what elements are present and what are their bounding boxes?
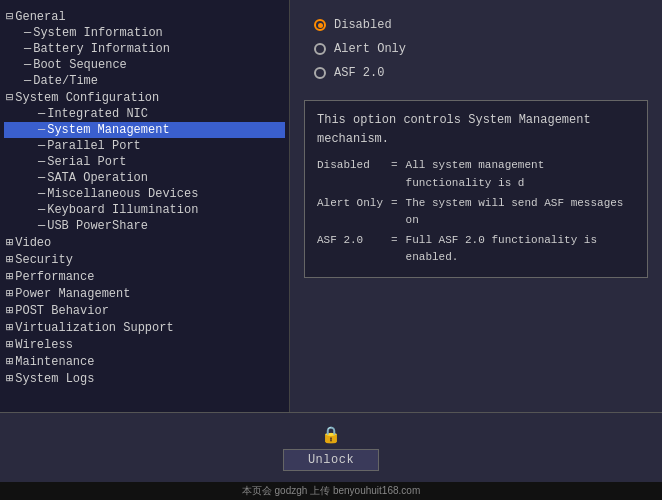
tree-item-system-configuration[interactable]: ⊟ System Configuration (4, 89, 285, 106)
tree-label: General (15, 10, 65, 24)
tree-prefix: — (38, 171, 45, 185)
info-key: Disabled (317, 157, 387, 192)
tree-item-keyboard-illumination[interactable]: — Keyboard Illumination (4, 202, 285, 218)
tree-prefix: ⊞ (6, 235, 13, 250)
info-table: Disabled=All system management functiona… (317, 157, 635, 267)
tree-label: Virtualization Support (15, 321, 173, 335)
right-panel: DisabledAlert OnlyASF 2.0 This option co… (290, 0, 662, 412)
info-eq: = (391, 195, 398, 230)
tree-label: SATA Operation (47, 171, 148, 185)
tree-prefix: ⊟ (6, 90, 13, 105)
info-key: ASF 2.0 (317, 232, 387, 267)
tree-label: Power Management (15, 287, 130, 301)
info-value: Full ASF 2.0 functionality is enabled. (406, 232, 635, 267)
tree-item-integrated-nic[interactable]: — Integrated NIC (4, 106, 285, 122)
tree-label: POST Behavior (15, 304, 109, 318)
tree-label: Security (15, 253, 73, 267)
tree-prefix: — (38, 107, 45, 121)
tree-prefix: — (38, 155, 45, 169)
tree-prefix: — (38, 187, 45, 201)
tree-prefix: ⊞ (6, 252, 13, 267)
tree-prefix: ⊞ (6, 320, 13, 335)
tree-item-usb-powershare[interactable]: — USB PowerShare (4, 218, 285, 234)
footer-watermark: 本页会 godzgh 上传 benyouhuit168.com (0, 482, 662, 500)
tree-label: USB PowerShare (47, 219, 148, 233)
radio-group: DisabledAlert OnlyASF 2.0 (304, 10, 648, 88)
tree-label: Miscellaneous Devices (47, 187, 198, 201)
radio-label-asf20: ASF 2.0 (334, 66, 384, 80)
tree-item-post-behavior[interactable]: ⊞ POST Behavior (4, 302, 285, 319)
tree-label: System Logs (15, 372, 94, 386)
radio-circle-disabled (314, 19, 326, 31)
info-row: Alert Only=The system will send ASF mess… (317, 195, 635, 230)
tree-item-performance[interactable]: ⊞ Performance (4, 268, 285, 285)
tree-prefix: ⊟ (6, 9, 13, 24)
info-key: Alert Only (317, 195, 387, 230)
tree-label: System Information (33, 26, 163, 40)
info-box-title: This option controls System Management m… (317, 111, 635, 149)
tree-item-boot-sequence[interactable]: — Boot Sequence (4, 57, 285, 73)
tree-prefix: ⊞ (6, 354, 13, 369)
tree-prefix: — (38, 203, 45, 217)
tree-label: Battery Information (33, 42, 170, 56)
tree-item-general[interactable]: ⊟ General (4, 8, 285, 25)
tree-item-system-information[interactable]: — System Information (4, 25, 285, 41)
radio-circle-asf20 (314, 67, 326, 79)
tree-item-virtualization-support[interactable]: ⊞ Virtualization Support (4, 319, 285, 336)
info-eq: = (391, 157, 398, 192)
tree-item-serial-port[interactable]: — Serial Port (4, 154, 285, 170)
tree-label: Integrated NIC (47, 107, 148, 121)
tree-label: Keyboard Illumination (47, 203, 198, 217)
radio-circle-alert-only (314, 43, 326, 55)
tree-item-battery-information[interactable]: — Battery Information (4, 41, 285, 57)
bottom-bar: 🔒 Unlock (0, 412, 662, 482)
info-eq: = (391, 232, 398, 267)
radio-item-alert-only[interactable]: Alert Only (314, 42, 638, 56)
tree-prefix: — (24, 42, 31, 56)
info-row: ASF 2.0=Full ASF 2.0 functionality is en… (317, 232, 635, 267)
tree-label: Date/Time (33, 74, 98, 88)
tree-item-system-management[interactable]: — System Management (4, 122, 285, 138)
tree-label: Parallel Port (47, 139, 141, 153)
tree-prefix: — (38, 123, 45, 137)
tree-prefix: ⊞ (6, 303, 13, 318)
tree-prefix: — (24, 26, 31, 40)
tree-item-maintenance[interactable]: ⊞ Maintenance (4, 353, 285, 370)
tree-prefix: — (38, 139, 45, 153)
tree-prefix: ⊞ (6, 286, 13, 301)
tree-item-power-management[interactable]: ⊞ Power Management (4, 285, 285, 302)
tree-item-parallel-port[interactable]: — Parallel Port (4, 138, 285, 154)
tree-label: Serial Port (47, 155, 126, 169)
radio-item-disabled[interactable]: Disabled (314, 18, 638, 32)
tree-label: System Configuration (15, 91, 159, 105)
radio-item-asf20[interactable]: ASF 2.0 (314, 66, 638, 80)
tree-label: Wireless (15, 338, 73, 352)
info-box: This option controls System Management m… (304, 100, 648, 278)
tree-label: Video (15, 236, 51, 250)
info-row: Disabled=All system management functiona… (317, 157, 635, 192)
tree-prefix: ⊞ (6, 269, 13, 284)
info-value: All system management functionality is d (406, 157, 635, 192)
radio-label-alert-only: Alert Only (334, 42, 406, 56)
unlock-button[interactable]: Unlock (283, 449, 379, 471)
tree-item-sata-operation[interactable]: — SATA Operation (4, 170, 285, 186)
radio-label-disabled: Disabled (334, 18, 392, 32)
tree-item-date-time[interactable]: — Date/Time (4, 73, 285, 89)
tree-label: Performance (15, 270, 94, 284)
tree-item-security[interactable]: ⊞ Security (4, 251, 285, 268)
tree-item-wireless[interactable]: ⊞ Wireless (4, 336, 285, 353)
tree-item-system-logs[interactable]: ⊞ System Logs (4, 370, 285, 387)
tree-prefix: ⊞ (6, 371, 13, 386)
left-panel: ⊟ General— System Information— Battery I… (0, 0, 290, 412)
tree-prefix: ⊞ (6, 337, 13, 352)
tree-label: System Management (47, 123, 169, 137)
tree-prefix: — (24, 74, 31, 88)
tree-prefix: — (38, 219, 45, 233)
tree-label: Maintenance (15, 355, 94, 369)
lock-icon: 🔒 (321, 425, 341, 445)
info-value: The system will send ASF messages on (406, 195, 635, 230)
tree-prefix: — (24, 58, 31, 72)
tree-item-miscellaneous-devices[interactable]: — Miscellaneous Devices (4, 186, 285, 202)
tree-item-video[interactable]: ⊞ Video (4, 234, 285, 251)
tree-label: Boot Sequence (33, 58, 127, 72)
